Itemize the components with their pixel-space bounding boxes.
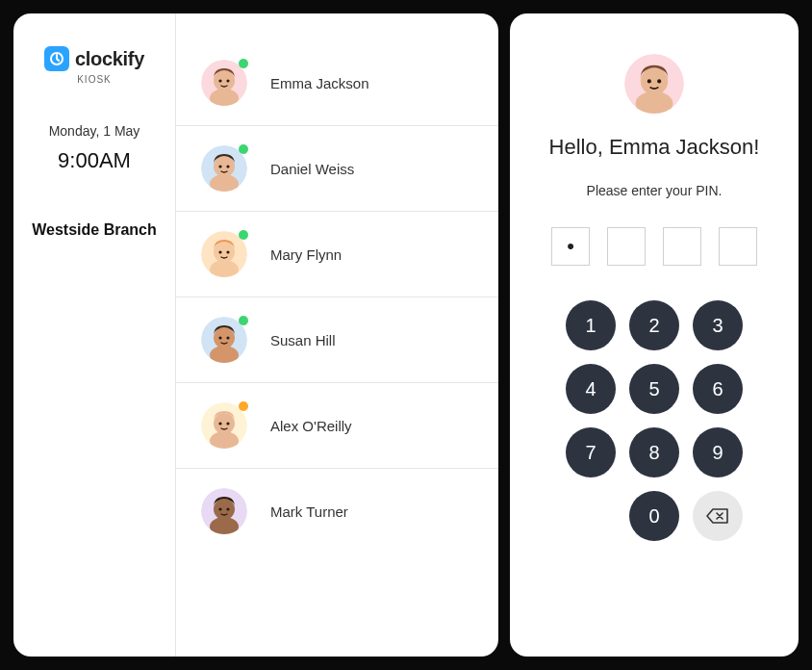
- sidebar: clockify KIOSK Monday, 1 May 9:00AM West…: [13, 13, 175, 657]
- user-name-label: Mark Turner: [270, 503, 348, 520]
- user-avatar: [201, 488, 247, 534]
- user-row[interactable]: Daniel Weiss: [176, 126, 498, 212]
- logo-text: clockify: [75, 48, 144, 70]
- svg-point-29: [218, 507, 221, 510]
- user-row[interactable]: Alex O'Reilly: [176, 383, 498, 469]
- status-dot-icon: [239, 144, 248, 154]
- avatar-wrap: [201, 402, 247, 449]
- keypad-digit-button[interactable]: 8: [629, 427, 679, 477]
- keypad-digit-button[interactable]: 3: [693, 300, 743, 350]
- keypad-digit-button[interactable]: 0: [629, 491, 679, 541]
- svg-point-13: [214, 242, 235, 263]
- avatar-wrap: [201, 231, 247, 277]
- status-dot-icon: [239, 59, 248, 68]
- svg-point-25: [226, 422, 229, 425]
- status-dot-icon: [239, 401, 248, 411]
- keypad-backspace-button[interactable]: [693, 491, 743, 541]
- svg-point-8: [214, 156, 235, 177]
- svg-point-14: [218, 250, 221, 253]
- branch-name: Westside Branch: [32, 219, 157, 241]
- pin-panel: Hello, Emma Jackson! Please enter your P…: [510, 13, 799, 657]
- avatar-wrap: [201, 60, 247, 106]
- svg-point-34: [647, 79, 651, 83]
- user-row[interactable]: Susan Hill: [176, 297, 498, 383]
- svg-point-3: [214, 70, 235, 91]
- user-name-label: Alex O'Reilly: [270, 418, 352, 434]
- svg-point-4: [218, 79, 221, 82]
- date-text: Monday, 1 May: [49, 123, 140, 139]
- keypad-spacer: [566, 491, 616, 541]
- pin-digit-box: [663, 227, 701, 266]
- selected-user-avatar: [624, 54, 684, 114]
- user-row[interactable]: Emma Jackson: [176, 40, 498, 126]
- user-name-label: Susan Hill: [270, 332, 336, 348]
- svg-point-30: [226, 507, 229, 510]
- svg-point-28: [214, 499, 235, 520]
- svg-point-9: [218, 165, 221, 168]
- logo-icon: [44, 46, 69, 71]
- user-name-label: Daniel Weiss: [270, 161, 354, 177]
- user-name-label: Mary Flynn: [270, 246, 342, 263]
- svg-point-19: [218, 336, 221, 339]
- svg-point-24: [218, 422, 221, 425]
- avatar-wrap: [201, 488, 247, 534]
- avatar-wrap: [201, 145, 247, 192]
- pin-boxes: •: [551, 227, 757, 266]
- keypad-digit-button[interactable]: 4: [566, 364, 616, 414]
- logo: clockify KIOSK: [44, 46, 144, 85]
- keypad-digit-button[interactable]: 9: [693, 427, 743, 477]
- svg-point-23: [214, 413, 235, 434]
- svg-point-15: [226, 250, 229, 253]
- time-text: 9:00AM: [49, 148, 140, 173]
- status-dot-icon: [239, 230, 248, 240]
- pin-prompt: Please enter your PIN.: [587, 183, 723, 198]
- keypad-digit-button[interactable]: 6: [693, 364, 743, 414]
- date-block: Monday, 1 May 9:00AM: [49, 123, 140, 173]
- greeting: Hello, Emma Jackson!: [549, 135, 760, 160]
- kiosk-panel: clockify KIOSK Monday, 1 May 9:00AM West…: [13, 13, 498, 657]
- user-row[interactable]: Mark Turner: [176, 469, 498, 554]
- keypad-digit-button[interactable]: 5: [629, 364, 679, 414]
- svg-point-5: [226, 79, 229, 82]
- keypad-digit-button[interactable]: 2: [629, 300, 679, 350]
- svg-point-18: [214, 327, 235, 348]
- user-row[interactable]: Mary Flynn: [176, 212, 498, 297]
- svg-point-33: [641, 67, 668, 94]
- keypad: 1234567890: [566, 300, 743, 541]
- svg-point-35: [657, 79, 661, 83]
- pin-digit-box: [719, 227, 757, 266]
- user-name-label: Emma Jackson: [270, 75, 369, 91]
- svg-point-10: [226, 165, 229, 168]
- svg-point-20: [226, 336, 229, 339]
- keypad-digit-button[interactable]: 1: [566, 300, 616, 350]
- pin-digit-box: •: [551, 227, 590, 266]
- backspace-icon: [706, 507, 729, 525]
- status-dot-icon: [239, 316, 248, 325]
- avatar-wrap: [201, 317, 247, 363]
- pin-digit-box: [607, 227, 646, 266]
- logo-subtext: KIOSK: [77, 74, 112, 85]
- keypad-digit-button[interactable]: 7: [566, 427, 616, 477]
- user-list: Emma Jackson Daniel Weiss Mary Flynn: [175, 13, 498, 657]
